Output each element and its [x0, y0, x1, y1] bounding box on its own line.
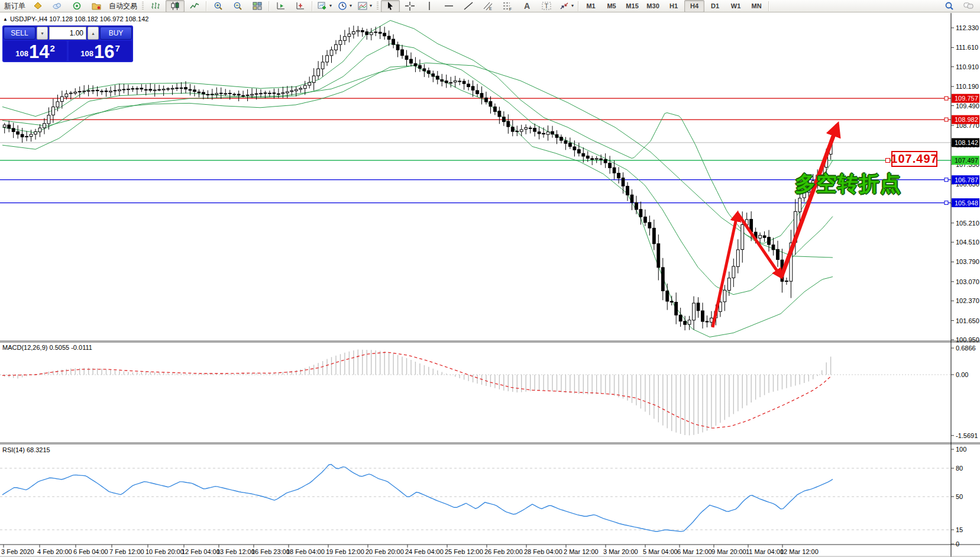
sell-price-quote[interactable]: 108 14 2 [4, 41, 67, 61]
time-label: 12 Mar 12:00 [780, 548, 819, 555]
volume-input[interactable]: 1.00 [49, 27, 86, 40]
svg-text:101.650: 101.650 [956, 317, 979, 324]
templates-button[interactable]: ▾ [355, 0, 374, 12]
equidistant-channel-button[interactable]: E [478, 0, 497, 12]
data-folder-button[interactable] [87, 0, 106, 12]
hline-anchor[interactable] [945, 96, 948, 100]
profiles-button[interactable] [48, 0, 67, 12]
autotrading-button[interactable]: 自动交易 [106, 0, 140, 12]
tf-d1-button[interactable]: D1 [705, 0, 725, 12]
fibonacci-button[interactable]: F [498, 0, 517, 12]
hline-anchor[interactable] [945, 178, 948, 182]
bar-chart-icon [150, 1, 161, 11]
time-label: 10 Feb 20:00 [145, 548, 184, 555]
crosshair-button[interactable] [400, 0, 419, 12]
bollinger-middle-band [2, 44, 833, 295]
tf-mn-button[interactable]: MN [746, 0, 766, 12]
line-chart-icon [189, 1, 200, 11]
toolbar-separator [269, 1, 270, 11]
top-toolbar: 新订单自动交易▾▾▾EFAT▾M1M5M15M30H1H4D1W1MN [0, 0, 980, 12]
new-chart-button[interactable]: ▾ [315, 0, 334, 12]
chart-canvas[interactable]: 112.330111.610110.910110.190109.490108.7… [0, 13, 980, 557]
price-axis[interactable]: 112.330111.610110.910110.190109.490108.7… [951, 24, 979, 548]
cursor-icon [385, 1, 396, 11]
macd-pane [0, 349, 951, 435]
arrows-button[interactable]: ▾ [557, 0, 576, 12]
search-button[interactable] [940, 0, 959, 12]
template-icon [357, 1, 368, 11]
candlestick-icon [170, 1, 180, 11]
sell-button[interactable]: SELL [4, 27, 35, 40]
crosshair-icon [405, 1, 415, 11]
svg-text:108.982: 108.982 [955, 116, 978, 123]
horizontal-line-button[interactable] [439, 0, 458, 12]
text-button[interactable]: A [518, 0, 536, 12]
volume-decrease-button[interactable]: ▾ [37, 27, 48, 40]
zigzag-arrows[interactable] [713, 125, 837, 327]
text-icon: A [522, 1, 532, 11]
bull-bear-turning-point-annotation[interactable]: 多空转折点 [795, 170, 901, 198]
chart-shift-button[interactable] [291, 0, 310, 12]
time-label: 6 Feb 04:00 [73, 548, 108, 555]
vertical-line-button[interactable] [420, 0, 439, 12]
buy-button[interactable]: BUY [100, 27, 132, 40]
text-label-button[interactable]: T [537, 0, 556, 12]
chat-icon [963, 1, 974, 11]
signals-button[interactable] [67, 0, 86, 12]
price-tag-anchor[interactable] [885, 158, 890, 163]
svg-text:104.510: 104.510 [956, 239, 979, 246]
zoom-in-button[interactable] [209, 0, 228, 12]
toolbar-separator [142, 2, 144, 11]
bar-chart-button[interactable] [146, 0, 165, 12]
signal-icon [72, 1, 82, 11]
time-label: 12 Feb 04:00 [182, 548, 220, 555]
one-click-trading-panel: SELL ▾ 1.00 ▴ BUY 108 14 2 108 16 7 [2, 25, 133, 62]
trend-arrow-3[interactable] [781, 125, 837, 277]
trendline-button[interactable] [459, 0, 478, 12]
svg-text:A: A [524, 1, 530, 11]
periods-button[interactable]: ▾ [335, 0, 354, 12]
tf-m15-button[interactable]: M15 [622, 0, 642, 12]
svg-text:106.787: 106.787 [955, 176, 978, 183]
chat-button[interactable] [959, 0, 978, 12]
buy-price-quote[interactable]: 108 16 7 [69, 41, 132, 61]
svg-text:100: 100 [956, 446, 966, 453]
tf-w1-button[interactable]: W1 [726, 0, 746, 12]
tf-h1-button[interactable]: H1 [664, 0, 684, 12]
candlestick-chart-button[interactable] [166, 0, 185, 12]
search-icon [944, 1, 955, 11]
tf-m5-button[interactable]: M5 [601, 0, 622, 12]
tf-h4-button[interactable]: H4 [684, 0, 704, 12]
tile-windows-button[interactable] [248, 0, 267, 12]
cursor-button[interactable] [381, 0, 400, 12]
dropdown-caret-icon: ▾ [350, 4, 352, 8]
toolbar-separator [578, 1, 579, 11]
collapse-triangle-icon[interactable]: ▲ [3, 17, 8, 22]
history-button[interactable] [28, 0, 47, 12]
time-label: 18 Feb 04:00 [286, 548, 325, 555]
time-label: 3 Mar 20:00 [603, 548, 638, 555]
symbol-ohlc-text: USDJPY-,H4 107.128 108.182 106.972 108.1… [10, 15, 148, 22]
tf-w1-button-label: W1 [731, 2, 741, 9]
auto-scroll-button[interactable] [271, 0, 290, 12]
volume-increase-button[interactable]: ▴ [88, 27, 99, 40]
macd-signal-line [2, 352, 830, 428]
auto-scroll-icon [276, 1, 286, 11]
time-axis[interactable]: 3 Feb 20204 Feb 20:006 Feb 04:007 Feb 12… [1, 545, 819, 555]
line-chart-button[interactable] [185, 0, 204, 12]
tf-m1-button-label: M1 [586, 2, 595, 9]
macd-indicator-label: MACD(12,26,9) 0.5055 -0.0111 [2, 344, 92, 351]
tf-m1-button[interactable]: M1 [581, 0, 601, 12]
hline-anchor[interactable] [945, 201, 948, 205]
price-tag-box[interactable]: 107.497 [891, 151, 937, 167]
hline-anchor[interactable] [945, 118, 948, 121]
svg-text:111.610: 111.610 [956, 44, 978, 51]
buy-price-big: 16 [94, 44, 114, 60]
new-order-button[interactable]: 新订单 [2, 0, 28, 12]
time-label: 5 Mar 04:00 [643, 548, 678, 555]
sell-price-big: 14 [29, 44, 49, 60]
time-label: 11 Mar 04:00 [746, 548, 784, 555]
tf-d1-button-label: D1 [711, 2, 719, 9]
tf-m30-button[interactable]: M30 [643, 0, 663, 12]
zoom-out-button[interactable] [228, 0, 247, 12]
